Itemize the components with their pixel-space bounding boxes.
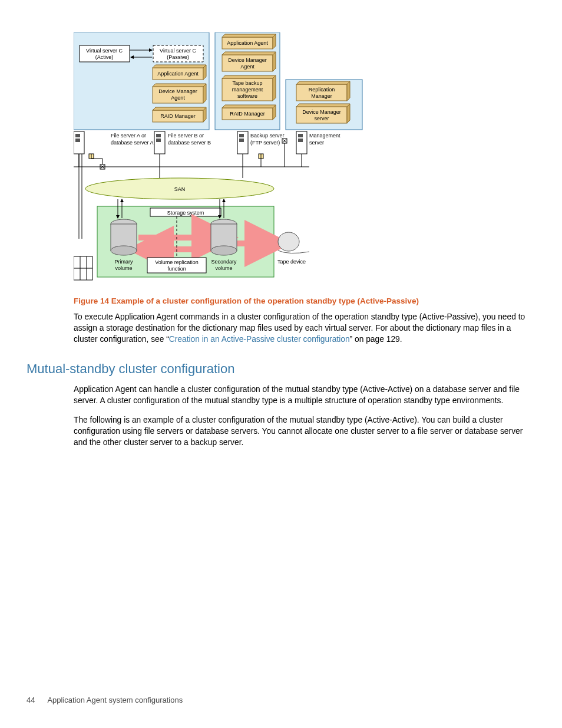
vserver-c-active-l2: (Active) [95, 54, 114, 60]
mgmt-server-l1: Management [309, 133, 340, 139]
svg-marker-40 [296, 81, 350, 84]
box-app-agent-3: Application Agent [222, 34, 276, 49]
san-label: SAN [174, 186, 186, 192]
tape-device-icon [278, 232, 309, 253]
svg-text:Agent: Agent [171, 95, 185, 101]
svg-marker-26 [273, 52, 276, 71]
file-server-b-l1: File server B or [168, 133, 204, 139]
svg-text:Application Agent: Application Agent [157, 71, 199, 77]
svg-marker-31 [273, 75, 276, 101]
page: Virtual server C (Active) Virtual server… [0, 0, 562, 728]
svg-text:server: server [314, 116, 329, 121]
paragraph-2: Application Agent can handle a cluster c… [74, 384, 535, 406]
file-server-b-l2: database server B [168, 140, 211, 146]
server-b-icon [154, 131, 165, 154]
svg-text:Application Agent: Application Agent [227, 40, 268, 46]
svg-text:Agent: Agent [240, 64, 254, 70]
paragraph-3: The following is an example of a cluster… [74, 414, 535, 448]
link-creation-active-passive[interactable]: Creation in an Active-Passive cluster co… [169, 335, 350, 344]
secondary-volume-l1: Secondary [211, 259, 237, 265]
file-server-a-l2: database server A [111, 140, 154, 146]
figure-caption: Figure 14 Example of a cluster configura… [74, 297, 533, 305]
svg-point-101 [278, 232, 299, 251]
backup-server-l1: Backup server [250, 133, 285, 139]
secondary-volume-icon [211, 219, 237, 255]
svg-rect-53 [156, 134, 161, 137]
vserver-c-passive-l1: Virtual server C [160, 48, 196, 54]
page-number: 44 [27, 696, 35, 704]
svg-text:Manager: Manager [311, 93, 332, 99]
svg-text:management: management [232, 87, 263, 93]
box-raid-mgr-2: RAID Manager [153, 107, 206, 122]
page-footer: 44 Application Agent system configuratio… [27, 696, 183, 704]
box-app-agent-2: Application Agent [153, 65, 206, 80]
storage-system-label: Storage system [167, 210, 204, 216]
svg-marker-18 [203, 107, 206, 122]
heading-mutual-standby: Mutual-standby cluster configuration [27, 361, 533, 377]
box-tape-sw: Tape backup management software [222, 75, 276, 101]
svg-point-98 [211, 246, 237, 255]
svg-text:Tape backup: Tape backup [232, 80, 262, 86]
vrf-l2: function [167, 266, 186, 272]
server-a-icon [74, 131, 84, 154]
svg-text:RAID Manager: RAID Manager [160, 113, 196, 119]
svg-rect-51 [75, 139, 80, 142]
svg-text:Device Manager: Device Manager [158, 88, 197, 94]
svg-marker-9 [203, 65, 206, 80]
box-repl-mgr: Replication Manager [296, 81, 350, 101]
box-dev-mgr-agent-3: Device Manager Agent [222, 52, 276, 71]
tape-device-label: Tape device [277, 259, 306, 265]
paragraph-1: To execute Application Agent commands in… [74, 311, 535, 345]
svg-rect-57 [239, 139, 244, 142]
svg-marker-12 [153, 84, 206, 87]
svg-marker-8 [153, 65, 206, 68]
vserver-c-passive-l2: (Passive) [167, 54, 189, 60]
svg-marker-36 [222, 105, 276, 108]
storage-units-icon [74, 256, 92, 280]
svg-marker-22 [273, 34, 276, 49]
secondary-volume-l2: volume [215, 265, 232, 271]
footer-title: Application Agent system configurations [47, 696, 183, 704]
svg-marker-25 [222, 52, 276, 55]
backup-server-l2: (FTP server) [250, 140, 280, 146]
svg-marker-41 [347, 81, 350, 101]
svg-rect-59 [298, 134, 303, 137]
svg-text:Device Manager: Device Manager [302, 109, 341, 115]
svg-marker-45 [296, 104, 350, 107]
svg-marker-17 [153, 107, 206, 110]
vserver-c-active-l1: Virtual server C [86, 48, 123, 54]
content-area: Virtual server C (Active) Virtual server… [27, 32, 533, 456]
svg-text:software: software [237, 93, 257, 99]
svg-rect-60 [298, 139, 303, 142]
box-raid-mgr-3: RAID Manager [222, 105, 276, 120]
svg-marker-13 [203, 84, 206, 103]
svg-text:Device Manager: Device Manager [228, 57, 267, 63]
vrf-l1: Volume replication [155, 259, 199, 265]
svg-point-95 [111, 246, 137, 255]
mgmt-server-l2: server [309, 140, 324, 146]
svg-marker-30 [222, 75, 276, 78]
svg-rect-54 [156, 139, 161, 142]
primary-volume-l2: volume [115, 265, 132, 271]
primary-volume-l1: Primary [115, 259, 133, 265]
svg-rect-56 [239, 134, 244, 137]
svg-marker-46 [347, 104, 350, 123]
box-dev-mgr-agent-2: Device Manager Agent [153, 84, 206, 103]
mgmt-server-icon [296, 131, 307, 154]
svg-marker-21 [222, 34, 276, 37]
file-server-a-l1: File server A or [111, 133, 146, 139]
svg-rect-50 [75, 134, 80, 137]
svg-marker-37 [273, 105, 276, 120]
svg-text:RAID Manager: RAID Manager [230, 111, 265, 117]
cluster-diagram: Virtual server C (Active) Virtual server… [74, 32, 380, 286]
box-dev-mgr-srv: Device Manager server [296, 104, 350, 123]
backup-server-icon [237, 131, 248, 154]
primary-volume-icon [111, 219, 137, 255]
paragraph-1b: ” on page 129. [350, 335, 402, 344]
svg-text:Replication: Replication [309, 87, 335, 93]
